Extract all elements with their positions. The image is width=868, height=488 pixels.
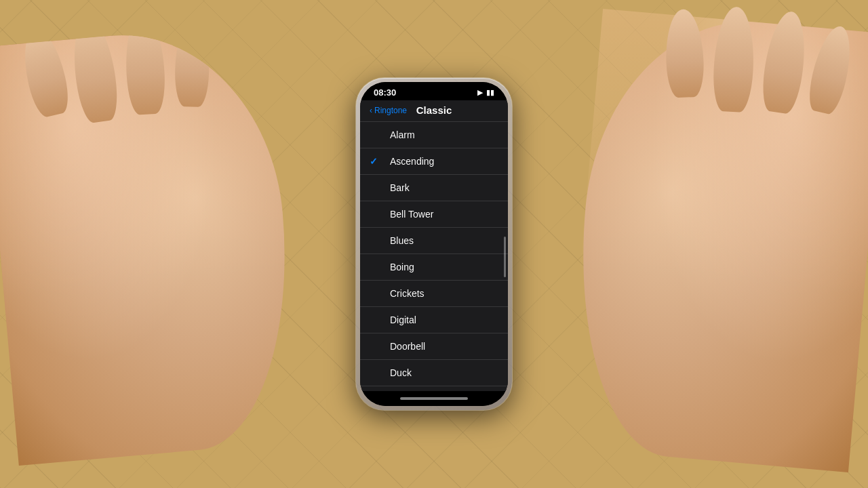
list-item[interactable]: Bell Tower [360,201,508,228]
status-time: 08:30 [374,87,396,98]
list-item[interactable]: Doorbell [360,333,508,360]
list-item-label: Digital [371,314,497,325]
list-item-label: Doorbell [371,341,497,352]
list-item-label: Crickets [371,288,497,299]
left-hand [0,22,302,466]
checkmark-icon: ✓ [370,156,378,167]
list-item-label: Blues [371,235,497,246]
list-item-label: Bark [371,182,497,193]
right-finger-1 [805,22,858,116]
list-item-label: Ascending [371,156,497,167]
list-item[interactable]: ✓Ascending [360,148,508,175]
right-fingers [660,1,854,121]
phone-body: 08:30 ▶ ▮▮ ‹ Ringtone Classic Alarm✓Asce… [360,82,508,406]
list-item-label: Boing [371,262,497,272]
ringtone-list[interactable]: Alarm✓AscendingBarkBell TowerBluesBoingC… [360,122,508,391]
back-button[interactable]: ‹ Ringtone [370,106,407,115]
list-item[interactable]: Alarm [360,122,508,148]
home-indicator [360,391,508,406]
status-bar: 08:30 ▶ ▮▮ [360,82,508,100]
list-item[interactable]: Crickets [360,281,508,307]
list-item-label: Duck [371,367,497,378]
left-finger-4 [174,22,210,107]
nav-title: Classic [416,104,452,116]
right-hand [564,9,868,472]
list-item[interactable]: Harp [360,386,508,391]
list-item[interactable]: Duck [360,360,508,386]
list-item[interactable]: Blues [360,228,508,254]
list-item-label: Bell Tower [371,209,497,220]
scroll-indicator [504,237,506,277]
signal-icon: ▶ [477,88,483,97]
list-item[interactable]: Bark [360,175,508,201]
list-item[interactable]: Digital [360,307,508,333]
list-item-label: Alarm [371,129,497,140]
list-items: Alarm✓AscendingBarkBell TowerBluesBoingC… [360,122,508,391]
nav-bar: ‹ Ringtone Classic [360,100,508,122]
chevron-left-icon: ‹ [370,106,372,115]
back-label: Ringtone [374,106,407,115]
battery-icon: ▮▮ [486,88,494,97]
status-icons: ▶ ▮▮ [477,88,494,97]
list-item[interactable]: Boing [360,254,508,281]
home-bar [400,397,468,400]
right-finger-3 [711,6,756,113]
phone-screen: 08:30 ▶ ▮▮ ‹ Ringtone Classic Alarm✓Asce… [360,82,508,406]
left-finger-3 [123,22,167,115]
right-finger-4 [665,9,705,98]
phone-case: 08:30 ▶ ▮▮ ‹ Ringtone Classic Alarm✓Asce… [356,78,512,410]
right-finger-2 [759,9,810,115]
